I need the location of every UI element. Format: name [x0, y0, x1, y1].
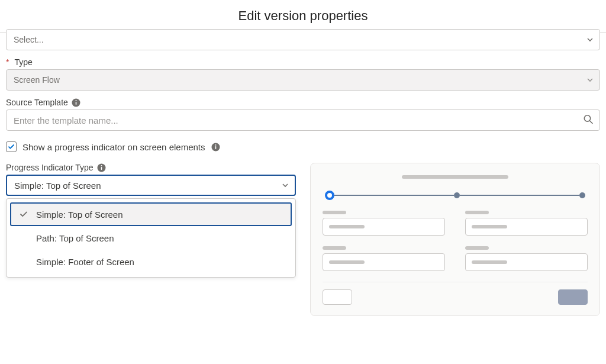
option-label: Simple: Top of Screen	[36, 210, 123, 220]
svg-point-10	[101, 165, 102, 166]
preview-form-cell	[323, 211, 445, 236]
preview-column	[310, 163, 600, 316]
progress-indicator-value: Simple: Top of Screen	[14, 181, 101, 191]
how-to-run-field: Select...	[6, 29, 600, 50]
preview-back-button	[323, 289, 352, 305]
option-label: Path: Top of Screen	[36, 233, 114, 243]
how-to-run-select[interactable]: Select...	[6, 29, 600, 50]
svg-rect-6	[215, 146, 217, 149]
step-current-icon	[325, 191, 334, 200]
modal-header: Edit version properties	[0, 0, 606, 33]
chevron-down-icon	[586, 36, 594, 43]
show-progress-checkbox[interactable]	[6, 141, 17, 152]
preview-label-bar	[323, 246, 346, 250]
chevron-down-icon	[586, 76, 594, 83]
preview-next-button	[558, 289, 588, 305]
preview-title-bar	[402, 175, 508, 179]
preview-input	[465, 218, 588, 236]
source-template-label: Source Template	[6, 98, 600, 107]
search-icon	[583, 114, 594, 127]
preview-form-grid	[323, 211, 588, 271]
preview-input	[465, 253, 588, 271]
required-marker: *	[6, 57, 9, 67]
show-progress-checkbox-row: Show a progress indicator on screen elem…	[6, 141, 600, 152]
info-icon[interactable]	[97, 163, 107, 172]
progress-indicator-dropdown: Simple: Top of Screen Path: Top of Scree…	[6, 198, 296, 278]
how-to-run-placeholder: Select...	[14, 35, 44, 44]
source-template-input[interactable]	[7, 110, 599, 130]
progress-indicator-column: Progress Indicator Type Simple: Top of S…	[6, 163, 296, 278]
modal-body: Select... * Type Screen Flow Source Temp…	[0, 29, 606, 322]
preview-steps	[323, 191, 588, 200]
progress-preview	[310, 163, 600, 316]
preview-label-bar	[465, 211, 489, 214]
preview-label-bar	[465, 246, 489, 250]
source-template-search[interactable]	[6, 109, 600, 131]
preview-label-bar	[323, 211, 346, 214]
svg-line-4	[590, 121, 593, 124]
preview-form-cell	[323, 246, 445, 271]
check-icon	[18, 210, 29, 218]
step-connector	[460, 195, 579, 196]
svg-rect-9	[101, 167, 102, 170]
preview-form-cell	[465, 246, 588, 271]
type-label: * Type	[6, 57, 600, 67]
preview-input	[323, 218, 445, 236]
step-dot-icon	[454, 192, 460, 198]
preview-form-cell	[465, 211, 588, 236]
option-label: Simple: Footer of Screen	[36, 257, 134, 267]
source-template-field: Source Template	[6, 98, 600, 131]
modal-title: Edit version properties	[0, 8, 606, 24]
step-dot-icon	[579, 192, 585, 198]
option-path-top[interactable]: Path: Top of Screen	[10, 226, 292, 250]
progress-indicator-label: Progress Indicator Type	[6, 163, 296, 172]
chevron-down-icon	[282, 182, 289, 189]
info-icon[interactable]	[211, 142, 221, 152]
type-select: Screen Flow	[6, 69, 600, 91]
option-simple-top[interactable]: Simple: Top of Screen	[10, 202, 292, 226]
info-icon[interactable]	[72, 98, 81, 107]
type-value: Screen Flow	[14, 75, 60, 85]
svg-point-2	[76, 100, 77, 101]
type-field: * Type Screen Flow	[6, 57, 600, 91]
step-connector	[334, 195, 454, 196]
preview-footer	[323, 282, 588, 305]
show-progress-label: Show a progress indicator on screen elem…	[22, 142, 205, 152]
svg-point-7	[215, 144, 217, 146]
option-simple-footer[interactable]: Simple: Footer of Screen	[10, 250, 292, 273]
preview-input	[323, 253, 445, 271]
svg-rect-1	[76, 102, 77, 105]
progress-indicator-select[interactable]: Simple: Top of Screen	[6, 175, 296, 196]
